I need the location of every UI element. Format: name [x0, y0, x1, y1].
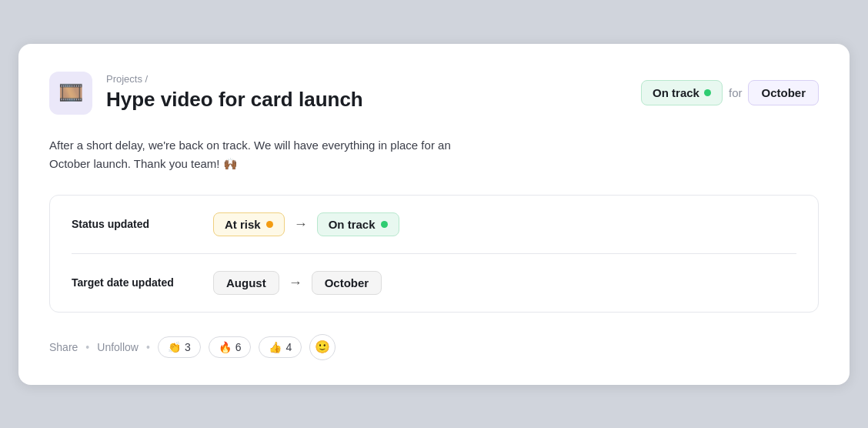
- reaction-clap-button[interactable]: 👏 3: [158, 336, 201, 358]
- reaction-fire-button[interactable]: 🔥 6: [209, 336, 252, 358]
- header-right: On track for October: [641, 80, 819, 105]
- status-update-label: Status updated: [72, 218, 195, 230]
- clap-emoji: 👏: [168, 341, 181, 353]
- date-update-values: August → October: [213, 271, 382, 295]
- project-icon: 🎞️: [49, 72, 92, 115]
- clap-count: 3: [185, 341, 191, 353]
- body-text: After a short delay, we're back on track…: [49, 136, 480, 173]
- thumbsup-emoji: 👍: [269, 341, 282, 353]
- add-reaction-button[interactable]: 🙂: [309, 334, 336, 360]
- breadcrumb-separator: /: [145, 73, 149, 85]
- footer-sep-2: •: [146, 341, 150, 353]
- footer-sep-1: •: [85, 341, 89, 353]
- status-update-row: Status updated At risk → On track: [72, 196, 796, 253]
- header-left: 🎞️ Projects / Hype video for card launch: [49, 72, 363, 115]
- add-reaction-icon: 🙂: [315, 339, 330, 354]
- date-arrow-icon: →: [289, 275, 302, 291]
- month-badge: October: [748, 80, 819, 105]
- share-link[interactable]: Share: [49, 341, 78, 353]
- status-badge: On track: [641, 80, 723, 105]
- at-risk-label: At risk: [225, 218, 261, 231]
- page-title: Hype video for card launch: [106, 88, 363, 112]
- from-month-badge: August: [213, 271, 279, 295]
- date-update-row: Target date updated August → October: [72, 253, 796, 312]
- updates-box: Status updated At risk → On track Target…: [49, 195, 819, 313]
- at-risk-badge: At risk: [213, 212, 285, 236]
- unfollow-link[interactable]: Unfollow: [97, 341, 139, 353]
- breadcrumb-projects[interactable]: Projects: [106, 73, 142, 85]
- fire-emoji: 🔥: [219, 341, 232, 353]
- at-risk-dot-icon: [266, 221, 273, 228]
- main-card: 🎞️ Projects / Hype video for card launch…: [18, 44, 850, 385]
- breadcrumb: Projects /: [106, 73, 363, 85]
- footer: Share • Unfollow • 👏 3 🔥 6 👍 4 🙂: [49, 334, 819, 360]
- for-text: for: [729, 86, 743, 99]
- thumbsup-count: 4: [285, 341, 292, 353]
- arrow-icon: →: [294, 216, 308, 232]
- header-text: Projects / Hype video for card launch: [106, 73, 363, 112]
- on-track-dot-icon: [381, 221, 388, 228]
- status-update-values: At risk → On track: [213, 212, 399, 236]
- status-label: On track: [653, 86, 699, 99]
- reaction-thumbsup-button[interactable]: 👍 4: [259, 336, 302, 358]
- date-update-label: Target date updated: [72, 276, 195, 289]
- on-track-label: On track: [329, 218, 376, 231]
- status-dot-icon: [704, 89, 711, 96]
- header: 🎞️ Projects / Hype video for card launch…: [49, 72, 819, 115]
- fire-count: 6: [235, 341, 242, 353]
- to-month-badge: October: [312, 271, 382, 295]
- on-track-badge: On track: [317, 212, 399, 236]
